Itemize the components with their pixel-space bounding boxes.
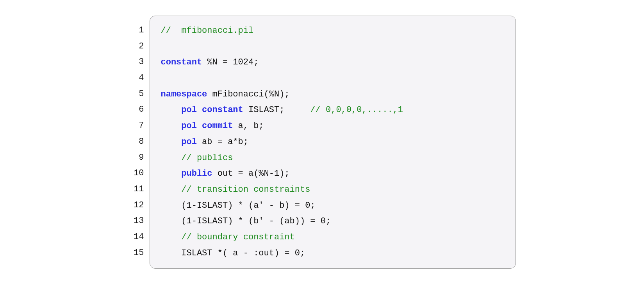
comment-token: // boundary constraint — [181, 232, 294, 242]
code-line: constant %N = 1024; — [161, 55, 505, 71]
text-token — [161, 169, 182, 178]
code-line: // transition constraints — [161, 182, 505, 198]
line-number: 9 — [128, 150, 144, 166]
line-number: 10 — [128, 166, 144, 182]
text-token — [161, 105, 182, 115]
line-number: 3 — [128, 54, 144, 70]
code-line: pol constant ISLAST; // 0,0,0,0,.....,1 — [161, 102, 505, 118]
text-token: ab = a*b; — [197, 137, 248, 147]
text-token: %N = 1024; — [202, 57, 259, 67]
line-number: 11 — [128, 182, 144, 198]
line-number: 12 — [128, 198, 144, 214]
code-line: namespace mFibonacci(%N); — [161, 87, 505, 103]
line-number: 13 — [128, 213, 144, 229]
text-token — [161, 185, 182, 194]
keyword-token: public — [181, 169, 212, 178]
comment-token: // mfibonacci.pil — [161, 26, 254, 36]
keyword-token: namespace — [161, 89, 207, 99]
line-number: 15 — [128, 245, 144, 261]
code-line: pol commit a, b; — [161, 118, 505, 134]
code-line: // mfibonacci.pil — [161, 23, 505, 39]
comment-token: // transition constraints — [181, 185, 310, 194]
text-token — [161, 137, 182, 147]
line-number: 1 — [128, 23, 144, 39]
code-box: // mfibonacci.pilconstant %N = 1024;name… — [150, 16, 516, 269]
code-block: 123456789101112131415 // mfibonacci.pilc… — [128, 16, 516, 269]
text-token: ISLAST *( a - :out) = 0; — [161, 248, 305, 258]
line-number: 5 — [128, 86, 144, 102]
keyword-token: pol commit — [181, 121, 233, 131]
comment-token: // publics — [181, 153, 233, 163]
code-line — [161, 39, 505, 55]
keyword-token: constant — [161, 57, 202, 67]
code-line: public out = a(%N-1); — [161, 166, 505, 182]
code-line — [161, 71, 505, 87]
text-token — [161, 153, 182, 163]
code-line: (1-ISLAST) * (a' - b) = 0; — [161, 198, 505, 214]
text-token — [161, 232, 182, 242]
line-number: 8 — [128, 134, 144, 150]
text-token: (1-ISLAST) * (a' - b) = 0; — [161, 201, 316, 210]
line-number-gutter: 123456789101112131415 — [128, 16, 150, 269]
text-token: ISLAST; — [243, 105, 310, 115]
line-number: 6 — [128, 102, 144, 118]
code-line: ISLAST *( a - :out) = 0; — [161, 246, 505, 262]
text-token: (1-ISLAST) * (b' - (ab)) = 0; — [161, 216, 331, 226]
text-token: mFibonacci(%N); — [207, 89, 289, 99]
code-line: pol ab = a*b; — [161, 134, 505, 150]
text-token: out = a(%N-1); — [212, 169, 290, 178]
text-token: a, b; — [233, 121, 264, 131]
line-number: 4 — [128, 70, 144, 86]
code-line: // publics — [161, 150, 505, 166]
code-line: (1-ISLAST) * (b' - (ab)) = 0; — [161, 214, 505, 230]
line-number: 7 — [128, 118, 144, 134]
text-token — [161, 121, 182, 131]
comment-token: // 0,0,0,0,.....,1 — [310, 105, 403, 115]
keyword-token: pol constant — [181, 105, 243, 115]
keyword-token: pol — [181, 137, 197, 147]
line-number: 2 — [128, 39, 144, 55]
code-line: // boundary constraint — [161, 230, 505, 246]
line-number: 14 — [128, 229, 144, 245]
